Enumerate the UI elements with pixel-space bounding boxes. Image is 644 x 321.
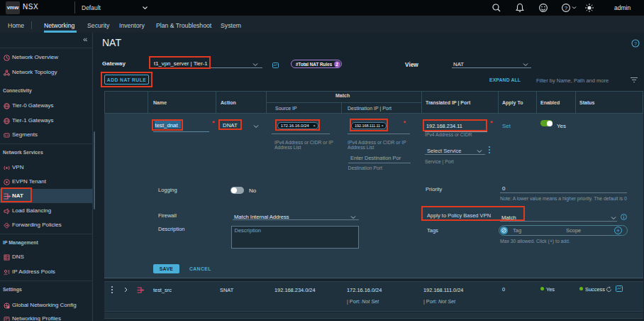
svg-text:?: ?: [634, 40, 637, 47]
svg-text:?: ?: [565, 5, 568, 11]
